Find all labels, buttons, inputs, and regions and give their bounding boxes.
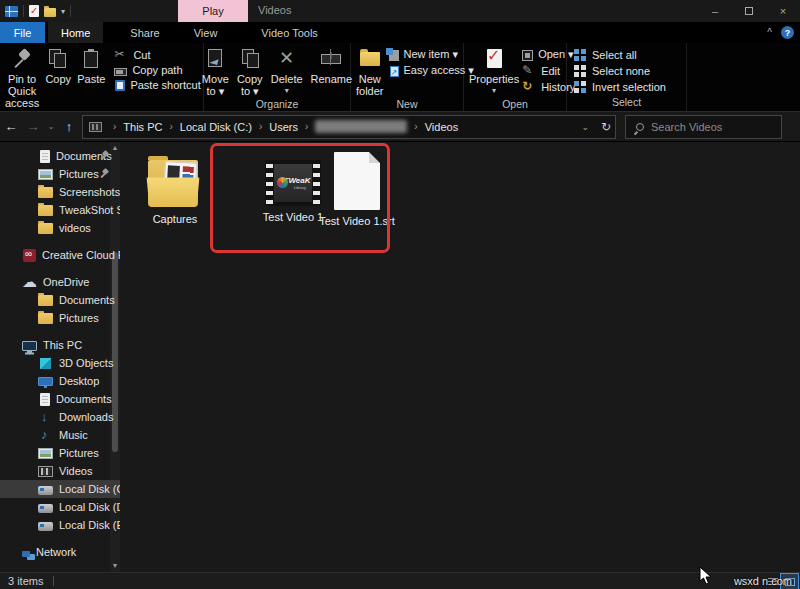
scroll-down-icon[interactable]: ▼ bbox=[110, 560, 120, 572]
navigation-bar: ← → ⌄ ↑ ›This PC›Local Disk (C:)›Users››… bbox=[0, 112, 800, 142]
tab-home[interactable]: Home bbox=[48, 22, 103, 43]
copy-button[interactable]: Copy bbox=[42, 45, 74, 86]
paste-button[interactable]: Paste bbox=[74, 45, 108, 86]
sidebar-item-onedrive[interactable]: OneDrive bbox=[0, 273, 120, 291]
sidebar-item-documents[interactable]: Documents bbox=[0, 291, 120, 309]
invert-selection-icon bbox=[573, 80, 587, 93]
copy-to-icon bbox=[237, 46, 263, 72]
sidebar-item-label: OneDrive bbox=[43, 276, 89, 288]
copy-to-label: Copy bbox=[237, 73, 263, 85]
properties-qat-icon[interactable] bbox=[29, 5, 39, 17]
breadcrumb-item[interactable]: Users bbox=[269, 121, 298, 133]
sidebar-item-videos[interactable]: videos bbox=[0, 219, 120, 237]
delete-button[interactable]: ✕ Delete ▾ bbox=[268, 45, 306, 98]
file-item-captures[interactable]: Captures bbox=[135, 144, 215, 225]
sidebar-item-label: Screenshotss bbox=[59, 186, 120, 198]
contextual-tab-play[interactable]: Play bbox=[178, 0, 248, 22]
maximize-button[interactable] bbox=[732, 0, 766, 22]
refresh-icon[interactable]: ↻ bbox=[601, 120, 611, 134]
qat-customize-chevron-icon[interactable]: ▾ bbox=[61, 7, 65, 16]
edit-label: Edit bbox=[541, 65, 560, 77]
up-button[interactable]: ↑ bbox=[58, 119, 80, 134]
address-dropdown-icon[interactable]: ⌄ bbox=[581, 122, 589, 132]
sidebar-item-pictures[interactable]: Pictures bbox=[0, 165, 120, 183]
breadcrumb-redacted-username[interactable] bbox=[315, 120, 407, 133]
minimize-button[interactable]: – bbox=[698, 0, 732, 22]
new-folder-qat-icon[interactable] bbox=[44, 8, 56, 17]
sidebar-item-screenshotss[interactable]: Screenshotss bbox=[0, 183, 120, 201]
back-button[interactable]: ← bbox=[0, 119, 22, 134]
sidebar-item-local-disk-d-[interactable]: Local Disk (D:) bbox=[0, 498, 120, 516]
copy-path-label: Copy path bbox=[132, 64, 182, 76]
sidebar-item-pictures[interactable]: Pictures bbox=[0, 309, 120, 327]
breadcrumb-item[interactable]: This PC bbox=[123, 121, 162, 133]
status-bar: 3 items wsxd n.com bbox=[0, 572, 800, 589]
breadcrumb-item[interactable]: Local Disk (C:) bbox=[180, 121, 252, 133]
easy-access-button[interactable]: Easy access ▾ bbox=[389, 64, 474, 77]
close-button[interactable]: × bbox=[766, 0, 800, 22]
folder-icon bbox=[38, 295, 53, 306]
select-none-button[interactable]: Select none bbox=[573, 64, 666, 77]
new-item-button[interactable]: New item ▾ bbox=[389, 48, 474, 61]
tab-view[interactable]: View bbox=[181, 22, 231, 43]
brand-logo-icon bbox=[277, 177, 288, 188]
sidebar-item-label: Pictures bbox=[59, 168, 99, 180]
quick-access-toolbar: ▾ bbox=[0, 5, 71, 17]
file-list-pane[interactable]: Captures TWeaK Library Test Video 1 Test… bbox=[120, 142, 800, 572]
sidebar-item-tweakshot-scree[interactable]: TweakShot Scree bbox=[0, 201, 120, 219]
move-to-label: Move bbox=[202, 73, 229, 85]
pc-icon bbox=[22, 341, 37, 351]
paste-shortcut-button[interactable]: Paste shortcut bbox=[114, 79, 200, 91]
sidebar-item-local-disk-c-[interactable]: Local Disk (C:) bbox=[0, 480, 120, 498]
search-box[interactable]: Search Videos bbox=[625, 115, 782, 139]
sidebar-item-label: 3D Objects bbox=[59, 357, 113, 369]
sidebar-item-this-pc[interactable]: This PC bbox=[0, 336, 120, 354]
pin-label: Pin to Quick bbox=[5, 73, 39, 97]
sidebar-item-label: Downloads bbox=[59, 411, 113, 423]
properties-button[interactable]: ✓ Properties ▾ bbox=[466, 45, 522, 98]
sidebar-item-local-disk-e-[interactable]: Local Disk (E:) bbox=[0, 516, 120, 534]
tab-share[interactable]: Share bbox=[117, 22, 172, 43]
file-item-test-video-1-srt[interactable]: Test Video 1.srt bbox=[317, 144, 397, 227]
file-menu-button[interactable]: File bbox=[0, 22, 45, 43]
sidebar-item-pictures[interactable]: Pictures bbox=[0, 444, 120, 462]
recent-locations-chevron-icon[interactable]: ⌄ bbox=[44, 122, 58, 131]
copy-to-label2: to ▾ bbox=[241, 85, 259, 97]
copy-icon bbox=[45, 46, 71, 72]
sidebar-item-3d-objects[interactable]: 3D Objects bbox=[0, 354, 120, 372]
pin-to-quick-access-button[interactable]: Pin to Quick access bbox=[2, 45, 42, 110]
sidebar-item-desktop[interactable]: Desktop bbox=[0, 372, 120, 390]
move-to-button[interactable]: Move to ▾ bbox=[199, 45, 232, 98]
breadcrumb-separator: › bbox=[113, 121, 116, 132]
select-all-button[interactable]: Select all bbox=[573, 48, 666, 61]
copy-path-button[interactable]: Copy path bbox=[114, 64, 200, 76]
sidebar-item-label: TweakShot Scree bbox=[59, 204, 120, 216]
sidebar-item-label: Documents bbox=[59, 294, 115, 306]
sidebar-item-documents[interactable]: Documents bbox=[0, 147, 120, 165]
forward-button[interactable]: → bbox=[22, 119, 44, 134]
breadcrumb-item[interactable]: Videos bbox=[425, 121, 458, 133]
new-folder-button[interactable]: New folder bbox=[353, 45, 387, 98]
address-bar[interactable]: ›This PC›Local Disk (C:)›Users››Videos ⌄… bbox=[82, 115, 616, 139]
rename-icon: | bbox=[318, 46, 344, 72]
disk-icon bbox=[38, 522, 53, 531]
sidebar-item-videos[interactable]: Videos bbox=[0, 462, 120, 480]
pin-icon bbox=[100, 151, 108, 159]
copy-to-button[interactable]: Copy to ▾ bbox=[234, 45, 266, 98]
sidebar-item-music[interactable]: Music bbox=[0, 426, 120, 444]
paste-icon bbox=[78, 46, 104, 72]
sidebar-item-downloads[interactable]: Downloads bbox=[0, 408, 120, 426]
rename-button[interactable]: | Rename bbox=[308, 45, 356, 86]
cut-button[interactable]: Cut bbox=[114, 48, 200, 61]
sidebar-item-documents[interactable]: Documents bbox=[0, 390, 120, 408]
sidebar-item-label: Local Disk (E:) bbox=[59, 519, 120, 531]
collapse-ribbon-icon[interactable]: ^ bbox=[767, 27, 772, 38]
help-icon[interactable]: ? bbox=[781, 26, 794, 39]
delete-icon: ✕ bbox=[274, 46, 300, 72]
sidebar-item-network[interactable]: Network bbox=[0, 543, 120, 561]
watermark: wsxd n.com bbox=[734, 575, 792, 587]
open-group-label: Open bbox=[464, 98, 566, 111]
sidebar-item-creative-cloud-fil[interactable]: Creative Cloud Fil bbox=[0, 246, 120, 264]
tab-video-tools[interactable]: Video Tools bbox=[248, 22, 330, 43]
invert-selection-button[interactable]: Invert selection bbox=[573, 80, 666, 93]
